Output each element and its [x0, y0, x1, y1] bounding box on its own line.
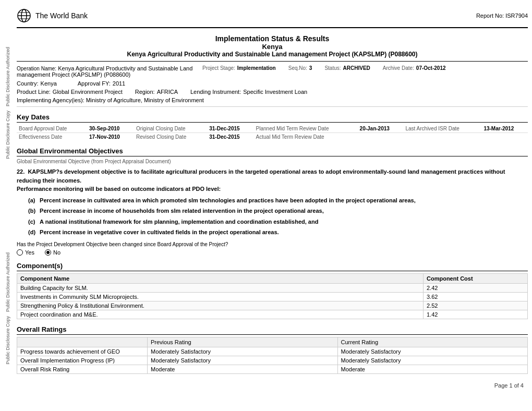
- geo-section: Global Environmental Objective (from Pro…: [17, 158, 528, 256]
- country-value: Kenya: [41, 80, 57, 87]
- status-label: Status:: [324, 65, 341, 71]
- comp-row-cost: 2.42: [424, 283, 528, 292]
- operation-info: Operation Name: Kenya Agricultural Produ…: [17, 62, 528, 107]
- approval-fy-item: Approval FY: 2011: [78, 80, 125, 87]
- sidebar-top-text1: Public Disclosure Authorized: [5, 47, 10, 106]
- rating-row-previous: Moderate: [148, 365, 338, 373]
- impl-agency-value: Ministry of Agriculture, Ministry of Env…: [86, 97, 204, 103]
- archive-date-value: 07-Oct-2012: [416, 65, 446, 71]
- geo-item-b: (b) Percent increase in income of househ…: [28, 206, 416, 216]
- rating-row-label: Overall Risk Rating: [17, 365, 148, 373]
- component-row: Investments in Community SLM Microprojec…: [17, 292, 528, 301]
- stages-block: Project Stage: Implementation Seq.No: 3 …: [202, 65, 528, 71]
- product-row: Product Line: Global Environment Project…: [17, 88, 528, 96]
- status-item: Status: ARCHIVED: [324, 65, 370, 71]
- comp-row-name: Strengthening Policy & Institutional Env…: [17, 301, 424, 310]
- components-header-row: Component Name Component Cost: [17, 273, 528, 283]
- geo-performance-text: Performance monitoring will be based on …: [17, 186, 221, 192]
- radio-no: No: [45, 249, 61, 256]
- last-archived-value: 13-Mar-2012: [481, 125, 528, 133]
- orig-closing-label: Original Closing Date: [134, 125, 207, 133]
- seq-no-label: Seq.No:: [288, 65, 307, 71]
- component-row: Project coordination and M&E. 1.42: [17, 310, 528, 319]
- geo-text: 22. KAPSLMP?s development objective is t…: [17, 167, 528, 238]
- comp-col-cost: Component Cost: [424, 273, 528, 283]
- actual-mid-term-value: [358, 133, 404, 141]
- planned-mid-term-label: Planned Mid Term Review Date: [254, 125, 358, 133]
- last-archived-label: Last Archived ISR Date: [403, 125, 481, 133]
- revised-closing-label: Revised Closing Date: [134, 133, 207, 141]
- ratings-col-blank: [17, 337, 148, 347]
- radio-yes: Yes: [17, 249, 34, 256]
- geo-item-d-text: Percent increase in vegetative cover in …: [40, 227, 416, 237]
- op-name-block: Operation Name: Kenya Agricultural Produ…: [17, 65, 194, 78]
- region-label: Region:: [135, 89, 155, 95]
- radio-no-circle: [45, 249, 51, 256]
- geo-main-text: KAPSLMP?s development objective is to fa…: [17, 168, 505, 184]
- geo-item-d: (d) Percent increase in vegetative cover…: [28, 227, 416, 237]
- title-country: Kenya: [17, 43, 528, 51]
- key-dates-table: Board Approval Date 30-Sep-2010 Original…: [17, 125, 528, 141]
- title-section: Implementation Status & Results Kenya Ke…: [17, 30, 528, 62]
- geo-item-b-text: Percent increase in income of households…: [40, 206, 416, 216]
- rating-row-previous: Moderately Satisfactory: [148, 356, 338, 365]
- ratings-header-row: Previous Rating Current Rating: [17, 337, 528, 347]
- project-stage-value: Implementation: [237, 65, 276, 71]
- radio-row: Yes No: [17, 249, 528, 256]
- product-line-label: Product Line:: [17, 89, 51, 95]
- comp-row-cost: 2.52: [424, 301, 528, 310]
- rating-row-current: Moderately Satisfactory: [337, 356, 528, 365]
- comp-row-name: Investments in Community SLM Microprojec…: [17, 292, 424, 301]
- country-label: Country:: [17, 80, 39, 87]
- report-no-area: Report No: ISR7904: [476, 13, 528, 19]
- key-dates-row2: Effectiveness Date 17-Nov-2010 Revised C…: [17, 133, 528, 141]
- components-table: Component Name Component Cost Building C…: [17, 273, 528, 319]
- geo-item-c-letter: (c): [28, 217, 39, 227]
- status-value: ARCHIVED: [343, 65, 370, 71]
- geo-item-c: (c) A national institutional framework f…: [28, 217, 416, 227]
- title-main: Implementation Status & Results: [17, 34, 528, 43]
- sidebar-top-text2: Public Disclosure Copy: [5, 111, 10, 159]
- impl-row: Implementing Agency(ies): Ministry of Ag…: [17, 96, 528, 104]
- board-approval-value: 30-Sep-2010: [87, 125, 134, 133]
- sidebar-bottom: Public Disclosure Authorized Public Disc…: [0, 206, 16, 411]
- ratings-row: Overall Risk Rating Moderate Moderate: [17, 365, 528, 373]
- effectiveness-label: Effectiveness Date: [17, 133, 87, 141]
- project-stage-item: Project Stage: Implementation: [202, 65, 276, 71]
- ratings-table: Previous Rating Current Rating Progress …: [17, 337, 528, 374]
- rating-row-label: Progress towards achievement of GEO: [17, 347, 148, 356]
- rating-row-current: Moderate: [337, 365, 528, 373]
- board-approval-label: Board Approval Date: [17, 125, 87, 133]
- op-name-row: Operation Name: Kenya Agricultural Produ…: [17, 64, 528, 79]
- overall-ratings-header: Overall Ratings: [17, 322, 528, 335]
- seq-no-value: 3: [309, 65, 312, 71]
- impl-agency-label: Implementing Agency(ies):: [17, 97, 84, 103]
- comp-row-name: Project coordination and M&E.: [17, 310, 424, 319]
- country-item: Country: Kenya: [17, 80, 57, 87]
- key-dates-header: Key Dates: [17, 110, 528, 123]
- comp-row-cost: 3.62: [424, 292, 528, 301]
- radio-no-label: No: [53, 249, 61, 256]
- page-footer: Page 1 of 4: [17, 382, 528, 389]
- key-dates-row1: Board Approval Date 30-Sep-2010 Original…: [17, 125, 528, 133]
- rating-row-current: Moderately Satisfactory: [337, 347, 528, 356]
- project-stage-label: Project Stage:: [202, 65, 235, 71]
- region-value: AFRICA: [157, 89, 178, 95]
- approval-fy-label: Approval FY:: [78, 80, 111, 87]
- bank-name: The World Bank: [35, 11, 88, 20]
- lending-value: Specific Investment Loan: [243, 89, 307, 95]
- lending-item: Lending Instrument: Specific Investment …: [190, 89, 307, 95]
- seq-no-item: Seq.No: 3: [288, 65, 312, 71]
- geo-item-b-letter: (b): [28, 206, 39, 216]
- comp-row-cost: 1.42: [424, 310, 528, 319]
- geo-source: Global Environmental Objective (from Pro…: [17, 158, 528, 165]
- geo-item-a-letter: (a): [28, 196, 39, 206]
- geo-items-table: (a) Percent increase in cultivated area …: [27, 195, 417, 238]
- ratings-row: Progress towards achievement of GEO Mode…: [17, 347, 528, 356]
- sidebar-bottom-text2: Public Disclosure Copy: [5, 316, 10, 365]
- components-header: Component(s): [17, 259, 528, 271]
- comp-col-name: Component Name: [17, 273, 424, 283]
- sidebar-top: Public Disclosure Authorized Public Disc…: [0, 0, 16, 206]
- region-item: Region: AFRICA: [135, 89, 178, 95]
- geo-para-number: 22.: [17, 168, 25, 175]
